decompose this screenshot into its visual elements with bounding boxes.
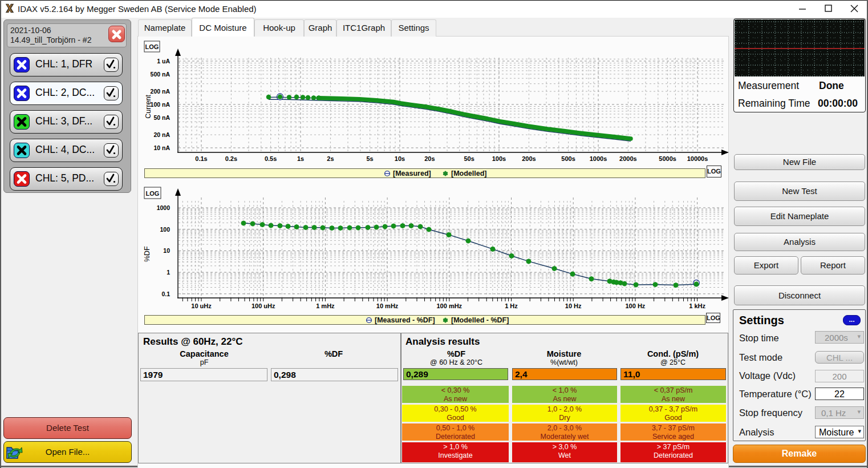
svg-text:100 Hz: 100 Hz (625, 302, 645, 309)
svg-text:100s: 100s (492, 155, 506, 162)
svg-text:LOG: LOG (146, 190, 160, 197)
svg-text:100 mHz: 100 mHz (436, 302, 462, 309)
svg-text:0.2s: 0.2s (225, 155, 237, 162)
svg-text:1 mHz: 1 mHz (316, 302, 335, 309)
svg-text:2s: 2s (327, 155, 334, 162)
svg-text:50s: 50s (464, 155, 474, 162)
svg-text:10 nA: 10 nA (153, 144, 170, 151)
svg-text:1000: 1000 (157, 204, 171, 211)
svg-text:1: 1 (167, 269, 170, 276)
svg-text:1000s: 1000s (590, 155, 607, 162)
svg-text:10 uHz: 10 uHz (191, 302, 212, 309)
svg-text:100 nA: 100 nA (151, 101, 171, 108)
svg-text:100: 100 (160, 226, 170, 233)
svg-text:1 uA: 1 uA (157, 58, 170, 64)
svg-text:500s: 500s (561, 155, 575, 162)
svg-text:0.5s: 0.5s (265, 155, 277, 162)
svg-text:0.1: 0.1 (161, 291, 170, 297)
svg-text:20s: 20s (424, 155, 435, 162)
svg-text:5000s: 5000s (659, 155, 676, 162)
svg-text:200s: 200s (522, 155, 536, 162)
svg-text:10: 10 (163, 247, 170, 254)
svg-text:100 uHz: 100 uHz (252, 302, 275, 309)
svg-text:2000s: 2000s (619, 155, 637, 162)
svg-text:200 nA: 200 nA (151, 88, 171, 95)
svg-text:5s: 5s (366, 155, 373, 162)
svg-text:%DF: %DF (143, 246, 151, 262)
svg-text:0.1s: 0.1s (195, 155, 207, 162)
svg-text:20 nA: 20 nA (153, 131, 170, 138)
svg-text:Current: Current (144, 95, 152, 119)
svg-text:10s: 10s (395, 155, 405, 162)
svg-text:1s: 1s (297, 155, 304, 162)
svg-text:LOG: LOG (145, 43, 159, 50)
svg-text:500 nA: 500 nA (151, 71, 171, 78)
svg-text:10 Hz: 10 Hz (565, 302, 582, 309)
svg-text:1 kHz: 1 kHz (689, 302, 705, 309)
svg-text:1 Hz: 1 Hz (505, 302, 518, 309)
svg-text:10 mHz: 10 mHz (376, 302, 399, 309)
svg-text:10000s: 10000s (687, 155, 708, 162)
svg-text:50 nA: 50 nA (153, 114, 170, 121)
